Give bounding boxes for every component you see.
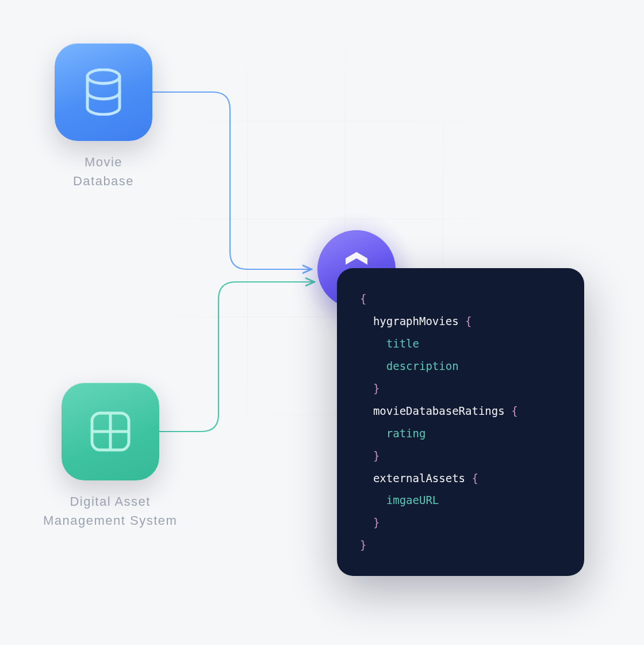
- caption-dam: Digital Asset Management System: [43, 492, 177, 530]
- caption-movie-database: Movie Database: [55, 152, 152, 190]
- tile-dam: [62, 383, 159, 480]
- database-icon: [83, 68, 124, 116]
- graphql-query: { hygraphMovies { title description } mo…: [360, 288, 561, 556]
- film-grid-icon: [89, 410, 132, 453]
- source-dam: Digital Asset Management System: [43, 383, 177, 530]
- code-panel: { hygraphMovies { title description } mo…: [337, 268, 584, 576]
- wire-blue: [152, 92, 310, 269]
- svg-point-0: [87, 70, 120, 83]
- source-movie-database: Movie Database: [55, 43, 152, 190]
- tile-movie-database: [55, 43, 152, 141]
